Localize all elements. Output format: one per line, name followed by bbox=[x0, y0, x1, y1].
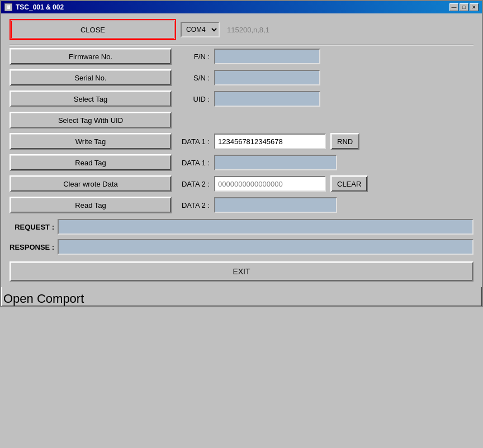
app-icon: 🖥 bbox=[4, 3, 12, 11]
fn-input[interactable] bbox=[214, 49, 320, 64]
close-button[interactable]: CLOSE bbox=[12, 21, 174, 38]
data1-write-input[interactable] bbox=[214, 134, 326, 149]
maximize-button[interactable]: □ bbox=[460, 3, 468, 11]
request-input[interactable] bbox=[58, 219, 473, 235]
data1-read-input[interactable] bbox=[214, 155, 337, 170]
open-comport-label: Open Comport bbox=[1, 292, 482, 306]
read-tag-2-button[interactable]: Read Tag bbox=[10, 197, 172, 213]
row-select-tag: Select Tag UID : bbox=[10, 90, 473, 107]
divider-1 bbox=[10, 45, 473, 46]
row-clear-wrote: Clear wrote Data DATA 2 : CLEAR bbox=[10, 175, 473, 192]
clear-wrote-button[interactable]: Clear wrote Data bbox=[10, 175, 172, 192]
exit-row: EXIT bbox=[10, 261, 473, 282]
data2-read-input[interactable] bbox=[214, 197, 337, 213]
exit-button[interactable]: EXIT bbox=[10, 261, 473, 282]
close-wrapper: CLOSE bbox=[10, 19, 176, 40]
data1-read-label: DATA 1 : bbox=[176, 159, 210, 167]
content-area: CLOSE COM4 115200,n,8,1 Firmware No. F/N… bbox=[1, 13, 482, 287]
write-tag-button[interactable]: Write Tag bbox=[10, 133, 172, 150]
minimize-button[interactable]: — bbox=[449, 3, 458, 11]
select-tag-button[interactable]: Select Tag bbox=[10, 90, 172, 107]
row-read-tag-1: Read Tag DATA 1 : bbox=[10, 154, 473, 171]
row-firmware: Firmware No. F/N : bbox=[10, 48, 473, 65]
uid-input[interactable] bbox=[214, 91, 320, 107]
sn-input[interactable] bbox=[214, 70, 320, 85]
com-port-select[interactable]: COM4 bbox=[181, 22, 220, 37]
data2-write-input[interactable] bbox=[214, 176, 326, 192]
rnd-button[interactable]: RND bbox=[330, 133, 359, 150]
select-tag-uid-button[interactable]: Select Tag With UID bbox=[10, 112, 172, 128]
row-read-tag-2: Read Tag DATA 2 : bbox=[10, 197, 473, 213]
response-input[interactable] bbox=[58, 239, 473, 255]
main-window: 🖥 TSC_001 & 002 — □ ✕ CLOSE COM4 115200,… bbox=[0, 0, 483, 307]
close-window-button[interactable]: ✕ bbox=[470, 3, 479, 11]
row-serial: Serial No. S/N : bbox=[10, 69, 473, 86]
title-bar: 🖥 TSC_001 & 002 — □ ✕ bbox=[1, 1, 482, 13]
data2-read-label: DATA 2 : bbox=[176, 201, 210, 209]
data1-write-label: DATA 1 : bbox=[176, 137, 210, 146]
request-label: REQUEST : bbox=[10, 223, 54, 231]
data2-write-label: DATA 2 : bbox=[176, 180, 210, 188]
window-title: TSC_001 & 002 bbox=[16, 3, 64, 11]
sn-label: S/N : bbox=[176, 74, 210, 82]
read-tag-1-button[interactable]: Read Tag bbox=[10, 154, 172, 171]
response-row: RESPONSE : bbox=[10, 239, 473, 255]
row-close: CLOSE COM4 115200,n,8,1 bbox=[10, 19, 473, 40]
row-write-tag: Write Tag DATA 1 : RND bbox=[10, 133, 473, 150]
clear-button[interactable]: CLEAR bbox=[330, 175, 368, 192]
request-row: REQUEST : bbox=[10, 219, 473, 235]
bottom-section: REQUEST : RESPONSE : bbox=[10, 219, 473, 255]
fn-label: F/N : bbox=[176, 53, 210, 61]
row-select-tag-uid: Select Tag With UID bbox=[10, 112, 473, 128]
baud-rate-label: 115200,n,8,1 bbox=[224, 24, 291, 36]
serial-button[interactable]: Serial No. bbox=[10, 69, 172, 86]
uid-label: UID : bbox=[176, 95, 210, 103]
firmware-button[interactable]: Firmware No. bbox=[10, 48, 172, 65]
response-label: RESPONSE : bbox=[10, 243, 54, 251]
window-controls: — □ ✕ bbox=[449, 3, 479, 11]
